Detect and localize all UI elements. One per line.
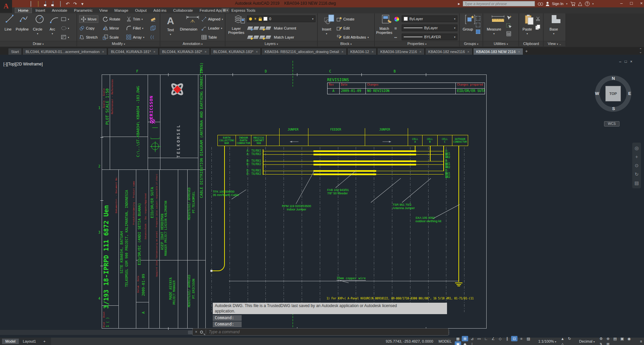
measure-button[interactable]: Measure▾: [485, 14, 503, 35]
isodraft-icon[interactable]: ◇: [497, 336, 503, 341]
ellipse-tool[interactable]: ▾: [61, 24, 69, 32]
viewport-controls[interactable]: [-][Top][2D Wireframe]: [3, 62, 43, 66]
close-icon[interactable]: ×: [102, 50, 104, 54]
text-button[interactable]: A Text▾: [163, 14, 178, 36]
circle-button[interactable]: Circle▾: [30, 14, 45, 35]
undo-icon[interactable]: ↶: [65, 1, 70, 6]
osnap-tracking-icon[interactable]: ∥: [504, 336, 510, 341]
aligned-dimension-button[interactable]: Aligned▾: [201, 15, 223, 23]
select-similar-icon[interactable]: [506, 23, 511, 29]
panel-label-modify[interactable]: Modify ▾: [77, 41, 160, 46]
annotation-visibility-icon[interactable]: ▲: [559, 336, 566, 341]
move-button[interactable]: Move: [79, 15, 98, 23]
command-search-icon[interactable]: [200, 331, 203, 334]
plot-icon[interactable]: [58, 1, 63, 6]
panel-label-view[interactable]: View ▾ ⌄: [544, 41, 565, 46]
base-button[interactable]: Base▾: [546, 14, 561, 35]
layer-unlock-all-icon[interactable]: [265, 36, 271, 39]
file-tab[interactable]: BLC044, KURANJI-181*×: [108, 48, 158, 55]
stretch-button[interactable]: Stretch: [79, 34, 98, 41]
arc-button[interactable]: Arc▾: [45, 14, 60, 35]
model-space-badge[interactable]: MODEL: [439, 339, 452, 343]
close-icon[interactable]: ×: [153, 50, 155, 54]
transparency-icon[interactable]: ▨: [525, 336, 532, 341]
layer-off-icon[interactable]: [259, 27, 265, 30]
command-input-bar[interactable]: ×: [192, 328, 449, 336]
layer-lock-icon[interactable]: [265, 27, 271, 30]
group-selection-toggle-icon[interactable]: [476, 30, 480, 34]
panel-label-block[interactable]: Block ▾: [318, 41, 374, 46]
match-properties-button[interactable]: Match Properties: [376, 14, 393, 35]
command-input[interactable]: [209, 330, 446, 334]
file-tab[interactable]: KBA034- RBS2116_allocation_drawing Detai…: [261, 48, 346, 55]
osnap-icon[interactable]: ⊡: [511, 336, 517, 341]
viewcube-east[interactable]: E: [628, 91, 631, 96]
zoom-icon[interactable]: ⊙: [635, 163, 639, 168]
explode-button[interactable]: [150, 24, 156, 32]
quick-properties-icon[interactable]: ▤: [612, 336, 618, 341]
help-caret-icon[interactable]: ▾: [592, 2, 594, 5]
cut-icon[interactable]: [535, 16, 541, 21]
new-tab-button[interactable]: +: [525, 49, 528, 54]
viewcube-south[interactable]: S: [612, 106, 615, 111]
insert-button[interactable]: Insert▾: [319, 14, 334, 35]
lineweight-dropdown[interactable]: ByLayer▾: [402, 24, 457, 31]
rotate-button[interactable]: Rotate: [103, 15, 120, 23]
viewcube[interactable]: N W E S TOP: [595, 76, 631, 112]
save-icon[interactable]: [43, 1, 48, 6]
doc-minimize-button[interactable]: –: [619, 59, 621, 63]
panel-label-clipboard[interactable]: Clipboard: [519, 41, 543, 46]
infer-constraints-icon[interactable]: ⊿: [469, 336, 475, 341]
new-file-icon[interactable]: [28, 1, 33, 6]
minimize-button[interactable]: –: [620, 1, 623, 6]
lineweight-list-icon[interactable]: ≡: [394, 24, 397, 32]
infocenter-expand-icon[interactable]: ▸: [458, 1, 460, 6]
isolate-objects-icon[interactable]: ◉: [626, 336, 632, 341]
graphics-performance-icon[interactable]: ↯: [598, 341, 604, 345]
panel-label-layers[interactable]: Layers ▾: [226, 41, 317, 46]
full-navigation-wheel-icon[interactable]: ◎: [635, 145, 639, 151]
table-button[interactable]: Table: [201, 34, 217, 41]
qat-customize-icon[interactable]: ▾: [80, 1, 85, 6]
close-icon[interactable]: ×: [419, 50, 422, 54]
ribbon-tab[interactable]: Add-ins: [150, 8, 169, 13]
layer-freeze-icon[interactable]: [253, 27, 259, 30]
dimension-button[interactable]: Dimension: [178, 14, 199, 31]
open-file-icon[interactable]: [36, 1, 41, 6]
file-tab[interactable]: KBA034-12×: [347, 48, 377, 55]
match-layer-button[interactable]: Match Layer: [274, 35, 294, 39]
ribbon-tab[interactable]: Express Tools: [229, 8, 258, 13]
tab-overflow-icon[interactable]: ⌃⌄: [639, 48, 642, 53]
edit-attributes-button[interactable]: Edit Attributes▾: [337, 34, 369, 41]
annotation-scale-control[interactable]: 1:1/100% ▾: [538, 339, 556, 343]
create-block-button[interactable]: Create: [337, 15, 354, 23]
close-icon[interactable]: ×: [256, 50, 258, 54]
lineweight-icon[interactable]: ≡: [518, 336, 525, 341]
group-button[interactable]: Group: [460, 14, 475, 31]
erase-button[interactable]: [150, 15, 156, 23]
close-icon[interactable]: ×: [371, 50, 374, 54]
workspace-icon[interactable]: ⚙: [598, 336, 604, 341]
hatch-tool[interactable]: ▾: [61, 34, 69, 41]
ungroup-icon[interactable]: [476, 16, 480, 20]
close-icon[interactable]: ×: [467, 50, 469, 54]
viewcube-west[interactable]: W: [595, 91, 599, 96]
color-dropdown[interactable]: ByLayer▾: [402, 15, 457, 22]
ribbon-tab[interactable]: Annotate: [49, 8, 70, 13]
lock-ui-icon[interactable]: ▣: [619, 336, 625, 341]
command-close-icon[interactable]: ×: [195, 330, 197, 334]
dynamic-ucs-icon[interactable]: ⊥: [469, 341, 475, 345]
layer-on-all-icon[interactable]: [259, 36, 265, 39]
layer-dropdown[interactable]: ☀ 0 ▾: [247, 15, 315, 22]
pan-icon[interactable]: +: [635, 154, 638, 159]
array-button[interactable]: Array▾: [126, 34, 144, 41]
rectangle-tool[interactable]: ▾: [61, 15, 69, 23]
autodesk-app-icon[interactable]: [578, 2, 582, 6]
doc-close-button[interactable]: ×: [630, 59, 632, 63]
panel-label-annotation[interactable]: Annotation ▾: [160, 41, 225, 46]
search-binoculars-icon[interactable]: [538, 2, 543, 6]
linetype-list-icon[interactable]: ┅: [394, 34, 397, 41]
grid-icon[interactable]: ▦: [455, 336, 461, 341]
layout1-tab[interactable]: Layout1: [19, 339, 39, 344]
selection-cycling-icon[interactable]: ▣: [455, 341, 461, 345]
